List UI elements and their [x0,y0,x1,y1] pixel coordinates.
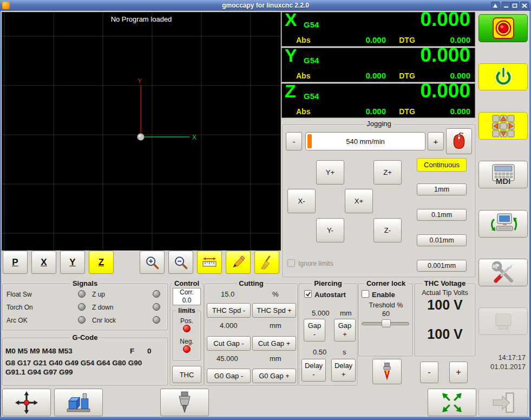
autostart-label: Autostart [314,291,346,299]
dro-abs-label: Abs [296,36,330,44]
autostart-checkbox[interactable] [304,290,312,298]
jog-speed-slider[interactable]: 540 mm/min [305,132,425,150]
zoom-in-button[interactable] [140,251,165,274]
torch-button[interactable] [372,359,402,384]
estop-button[interactable] [478,14,528,42]
block-height-button[interactable] [54,389,103,416]
jog-x-minus-button[interactable]: X- [287,189,316,213]
increment-0-1mm-button[interactable]: 0.1mm [417,209,467,221]
x-axis-label: X [192,134,196,141]
g0-gap-minus-button[interactable]: G0 Gap - [207,369,251,383]
view-x-button[interactable]: X [31,251,56,274]
increment-0-001mm-button[interactable]: 0.001mm [417,260,467,272]
machine-on-button[interactable] [478,63,528,90]
dro-dtg-label: DTG [386,107,428,116]
increment-1mm-button[interactable]: 1mm [417,183,467,195]
jog-speed-value: 540 mm/min [306,137,425,146]
thc-speed-minus-button[interactable]: THC Spd - [207,303,251,318]
ignore-limits-checkbox[interactable] [287,259,295,267]
jog-y-minus-button[interactable]: Y- [316,218,344,242]
shade-icon[interactable] [491,2,500,9]
touch-off-button[interactable] [2,389,51,416]
pierce-delay-plus-button[interactable]: Delay + [331,359,356,382]
actual-volts-value: 100 V [427,297,462,313]
pierce-delay-minus-button[interactable]: Delay - [301,359,326,382]
dro-axis-x[interactable]: X G54 0.000 Abs 0.000 DTG 0.000 [281,12,475,47]
thc-speed-plus-button[interactable]: THC Spd + [252,303,296,318]
jog-speed-minus-button[interactable]: - [286,132,302,150]
dro-abs-label: Abs [296,71,330,80]
jog-z-plus-button[interactable]: Z+ [373,160,402,185]
active-g-codes: G8 G17 G21 G40 G49 G54 G64 G80 G90 G91.1… [5,358,163,377]
window-border-left [0,11,1,417]
volts-minus-button[interactable]: - [420,362,438,383]
fullscreen-button[interactable] [428,389,476,416]
torch-icon [380,362,394,382]
neg-limit-label: Neg. [180,338,193,345]
emergency-stop-icon [493,17,514,39]
pierce-gap-plus-button[interactable]: Gap + [334,319,356,342]
signals-title: Signals [70,279,100,287]
feed-value: 0 [147,347,152,355]
zero-axes-icon [15,391,38,414]
mouse-jog-button[interactable] [446,128,472,154]
view-z-button[interactable]: Z [89,251,114,274]
view-y-button[interactable]: Y [60,251,85,274]
threshold-slider[interactable] [362,319,409,327]
volts-plus-button[interactable]: + [449,362,468,383]
view-p-button[interactable]: P [3,251,28,274]
clock: 14:17:17 01.01.2017 [478,353,528,371]
dro-abs-label: Abs [296,107,330,116]
window-border-bottom [0,417,531,420]
jog-x-plus-button[interactable]: X+ [345,189,373,213]
tool-change-button[interactable] [160,389,209,416]
exit-button[interactable] [478,389,528,416]
edit-button[interactable] [226,251,251,274]
g0-gap-plus-button[interactable]: G0 Gap + [252,369,296,383]
threshold-label: Treshold % [369,301,403,309]
threshold-slider-handle[interactable] [382,319,391,327]
dro-dtg-label: DTG [386,71,428,80]
fullscreen-icon [441,391,463,414]
disabled-function-button[interactable] [478,307,528,335]
touch-plate-icon [66,391,91,414]
limits-title: limits [176,307,197,314]
z-down-led [153,303,160,311]
cut-gap-value: 4.000 [220,321,238,330]
dro-coordinate-system: G54 [304,20,319,29]
increment-0-01mm-button[interactable]: 0.01mm [417,234,467,246]
maximize-icon[interactable] [510,2,519,9]
zoom-out-button[interactable] [168,251,193,274]
machine-settings-button[interactable] [478,210,528,238]
jog-z-minus-button[interactable]: Z- [373,218,402,242]
minimize-icon[interactable] [502,2,510,9]
dro-axis-y[interactable]: Y G54 0.000 Abs 0.000 DTG 0.000 [281,48,475,82]
show-jog-keys-button[interactable] [478,112,528,140]
mdi-button[interactable]: MDI [478,161,528,188]
dro-dtg-label: DTG [386,36,428,44]
corner-lock-enable-checkbox[interactable] [362,290,369,298]
plot-canvas: Y X [2,12,280,250]
correction-value: 0.0 [173,297,200,305]
close-icon[interactable] [520,2,529,9]
cut-gap-minus-button[interactable]: Cut Gap - [207,336,251,351]
jog-mode-continuous-button[interactable]: Continuous [417,158,467,172]
g0-gap-value: 45.000 [217,355,238,363]
zoom-in-icon [145,255,160,270]
jog-y-plus-button[interactable]: Y+ [316,160,344,185]
dro-axis-z[interactable]: Z G54 0.000 Abs 0.000 DTG 0.000 [281,83,475,118]
cut-gap-plus-button[interactable]: Cut Gap + [252,336,296,351]
pierce-gap-minus-button[interactable]: Gap - [304,319,325,342]
dimensions-button[interactable] [197,251,222,274]
jog-speed-plus-button[interactable]: + [428,132,444,150]
gremlin-preview[interactable]: Y X No Program loaded [2,12,281,251]
clear-plot-button[interactable] [254,251,279,274]
cut-gap-unit: mm [270,321,281,330]
check-icon [305,291,311,297]
settings-button[interactable] [478,259,528,286]
thc-button[interactable]: THC [172,366,201,383]
control-title: Control [172,279,201,287]
mouse-icon [451,132,467,151]
signal-label-z-up: Z up [92,291,105,298]
ignore-limits-label: Ignore limits [298,260,333,267]
